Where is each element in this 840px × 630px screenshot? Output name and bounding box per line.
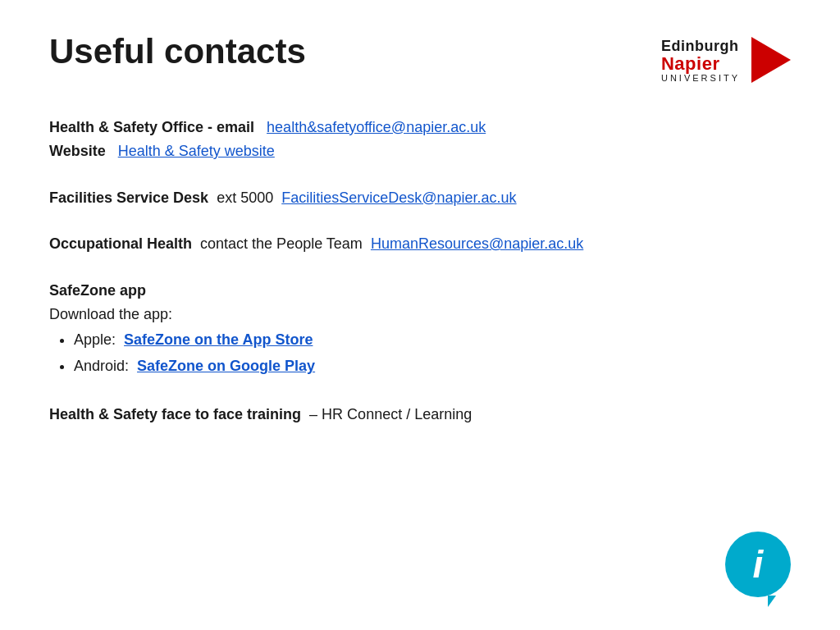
health-safety-email-link[interactable]: health&safetyoffice@napier.ac.uk (267, 119, 486, 135)
logo-inner: Edinburgh Napier UNIVERSITY (661, 37, 791, 83)
info-icon-container: i (725, 532, 791, 597)
occ-health-email-link[interactable]: HumanResources@napier.ac.uk (371, 235, 583, 252)
google-play-link[interactable]: SafeZone on Google Play (137, 358, 315, 374)
logo-edinburgh-text: Edinburgh (661, 38, 738, 55)
facilities-ext: ext 5000 (217, 189, 273, 206)
android-list-item: Android: SafeZone on Google Play (74, 353, 791, 379)
safezone-section: SafeZone app Download the app: Apple: Sa… (49, 279, 791, 380)
occ-health-section: Occupational Health contact the People T… (49, 232, 791, 256)
website-label: Website (49, 143, 106, 159)
safezone-heading: SafeZone app (49, 279, 791, 303)
info-letter: i (753, 546, 764, 583)
page-title: Useful contacts (49, 33, 306, 71)
apple-prefix: Apple: (74, 331, 116, 348)
safezone-download-text: Download the app: (49, 306, 791, 323)
logo-napier-text: Napier (661, 55, 719, 73)
occ-health-label: Occupational Health (49, 235, 192, 252)
logo: Edinburgh Napier UNIVERSITY (661, 33, 791, 83)
health-safety-website-link[interactable]: Health & Safety website (118, 143, 275, 159)
info-bubble-icon: i (725, 532, 791, 597)
health-safety-line2: Website Health & Safety website (49, 139, 791, 163)
occ-health-line: Occupational Health contact the People T… (49, 232, 791, 256)
training-label: Health & Safety face to face training (49, 406, 301, 422)
page-container: Useful contacts Edinburgh Napier UNIVERS… (0, 0, 840, 630)
facilities-section: Facilities Service Desk ext 5000 Facilit… (49, 186, 791, 210)
apple-list-item: Apple: SafeZone on the App Store (74, 326, 791, 353)
health-safety-section: Health & Safety Office - email health&sa… (49, 116, 791, 163)
training-line: Health & Safety face to face training – … (49, 403, 791, 427)
health-safety-label: Health & Safety Office - email (49, 119, 254, 135)
training-text: – HR Connect / Learning (309, 406, 472, 422)
health-safety-line1: Health & Safety Office - email health&sa… (49, 116, 791, 139)
facilities-email-link[interactable]: FacilitiesServiceDesk@napier.ac.uk (281, 189, 516, 206)
header-row: Useful contacts Edinburgh Napier UNIVERS… (49, 33, 791, 83)
facilities-line: Facilities Service Desk ext 5000 Facilit… (49, 186, 791, 210)
logo-text-block: Edinburgh Napier UNIVERSITY (661, 38, 740, 83)
safezone-list: Apple: SafeZone on the App Store Android… (74, 326, 791, 380)
occ-health-text: contact the People Team (200, 235, 363, 252)
logo-university-text: UNIVERSITY (661, 73, 740, 83)
facilities-label: Facilities Service Desk (49, 189, 208, 206)
training-section: Health & Safety face to face training – … (49, 403, 791, 427)
safezone-heading-text: SafeZone app (49, 282, 146, 299)
apple-store-link[interactable]: SafeZone on the App Store (124, 331, 313, 348)
android-prefix: Android: (74, 358, 129, 374)
logo-arrow-icon (751, 37, 791, 83)
